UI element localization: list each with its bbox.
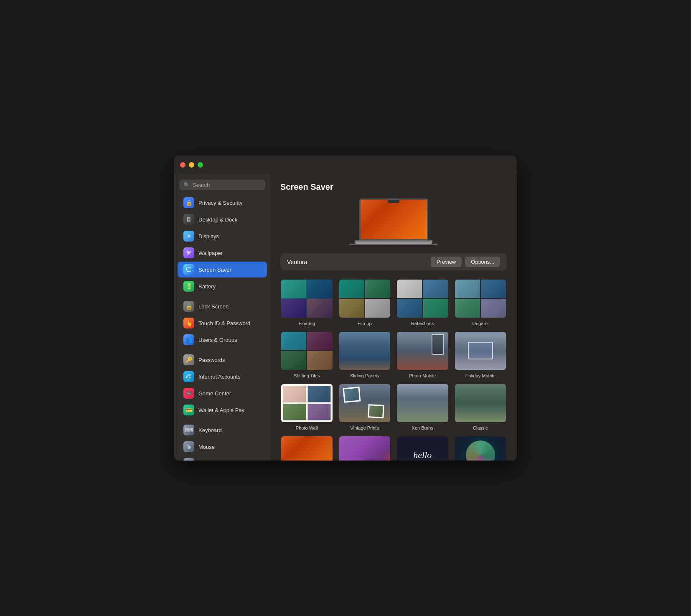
ss-label-shifting: Shifting Tiles [294,373,320,378]
wallpaper-icon: ❋ [183,247,194,258]
ss-thumb-classic [454,383,507,423]
sidebar-item-label: Game Center [198,390,231,397]
sidebar-item-wallpaper[interactable]: ❋ Wallpaper [178,245,267,261]
search-input[interactable] [193,182,261,188]
search-bar[interactable]: 🔍 [179,180,265,190]
privacy-icon: 🔒 [183,197,194,208]
laptop-base [355,240,432,244]
sidebar-item-desktop[interactable]: 🖥 Desktop & Dock [178,211,267,227]
ss-item-ventura[interactable]: Ventura [280,435,333,461]
ss-thumb-sliding [338,331,391,371]
vintage-art [339,384,391,422]
laptop-preview [356,199,431,247]
kenburns-art [397,384,448,422]
sidebar-item-gamecenter[interactable]: 🎮 Game Center [178,385,267,401]
sidebar-item-internet[interactable]: @ Internet Accounts [178,369,267,384]
title-bar [174,155,517,174]
ss-label-origami: Origami [472,321,488,326]
monitor-frame [468,342,493,359]
search-icon: 🔍 [183,182,190,188]
pw-frame-2 [307,386,331,402]
ss-item-holiday[interactable]: Holiday Mobile [454,331,507,378]
sidebar-item-mouse[interactable]: 🖱 Mouse [178,439,267,455]
sidebar-item-displays[interactable]: ☀ Displays [178,228,267,244]
ss-item-kenburns[interactable]: Ken Burns [396,383,449,430]
users-icon: 👥 [183,334,194,345]
ss-thumb-holiday [454,331,507,371]
options-button[interactable]: Options... [465,257,500,267]
ss-item-drift[interactable]: Drift [454,435,507,461]
ss-thumb-reflections [396,279,449,318]
sidebar-item-trackpad[interactable]: ⬜ Trackpad [178,456,267,461]
ss-thumb-hello: hello [396,435,449,461]
sidebar-item-touchid[interactable]: 👆 Touch ID & Password [178,315,267,331]
ss-item-shifting[interactable]: Shifting Tiles [280,331,333,378]
photomobile-art [397,332,448,370]
sidebar-item-label: Mouse [198,444,215,450]
ss-item-reflections[interactable]: Reflections [396,279,449,326]
sidebar-item-privacy[interactable]: 🔒 Privacy & Security [178,195,267,211]
ss-label-vintage: Vintage Prints [351,425,379,430]
sidebar-item-passwords[interactable]: 🔑 Passwords [178,352,267,368]
ss-item-sliding[interactable]: Sliding Panels [338,331,391,378]
ss-thumb-origami [454,279,507,318]
battery-icon: 🔋 [183,281,194,292]
floating-art [281,280,333,318]
hello-art: hello [397,436,448,461]
ss-label-photomobile: Photo Mobile [409,373,436,378]
minimize-button[interactable] [189,162,194,168]
ss-item-photomobile[interactable]: Photo Mobile [396,331,449,378]
ss-item-flipup[interactable]: Flip-up [338,279,391,326]
ss-label-kenburns: Ken Burns [412,425,433,430]
close-button[interactable] [180,162,185,168]
sidebar-item-users[interactable]: 👥 Users & Groups [178,332,267,348]
phone-frame [432,334,444,355]
ss-label-holiday: Holiday Mobile [465,373,495,378]
preview-button[interactable]: Preview [431,257,462,267]
sidebar-item-screensaver[interactable]: 🖵 Screen Saver [178,262,267,277]
sidebar-item-label: Lock Screen [198,303,229,310]
ss-item-floating[interactable]: Floating [280,279,333,326]
ss-thumb-ventura [280,435,333,461]
selected-screensaver-name: Ventura [287,259,307,265]
touchid-icon: 👆 [183,318,194,328]
ss-item-vintage[interactable]: Vintage Prints [338,383,391,430]
sidebar-item-label: Battery [198,283,216,290]
ss-thumb-shifting [280,331,333,371]
ss-thumb-vintage [338,383,391,423]
desktop-icon: 🖥 [183,214,194,225]
traffic-lights [180,162,203,168]
gamecenter-icon: 🎮 [183,388,194,399]
main-content: Screen Saver Ventura Preview Options... [270,174,517,461]
selector-row: Ventura Preview Options... [280,253,507,270]
sidebar-item-battery[interactable]: 🔋 Battery [178,278,267,294]
sidebar-item-label: Internet Accounts [198,374,240,380]
sidebar-item-label: Passwords [198,357,225,363]
sidebar-item-label: Keyboard [198,427,222,433]
ss-thumb-monterey [338,435,391,461]
ss-item-classic[interactable]: Classic [454,383,507,430]
settings-window: 🔍 🔒 Privacy & Security 🖥 Desktop & Dock … [174,155,517,461]
ss-item-hello[interactable]: hello Hello [396,435,449,461]
internet-icon: @ [183,371,194,382]
ss-label-photowall: Photo Wall [296,425,318,430]
ss-thumb-flipup [338,279,391,318]
sidebar-item-wallet[interactable]: 💳 Wallet & Apple Pay [178,402,267,418]
keyboard-icon: ⌨ [183,425,194,435]
sidebar-item-keyboard[interactable]: ⌨ Keyboard [178,422,267,438]
shifting-art [281,332,333,370]
flipup-art [339,280,391,318]
sidebar-item-label: Displays [198,233,219,239]
ss-item-monterey[interactable]: Monterey [338,435,391,461]
maximize-button[interactable] [198,162,203,168]
displays-icon: ☀ [183,231,194,242]
sidebar-item-lockscreen[interactable]: 🔒 Lock Screen [178,298,267,314]
reflections-art [397,280,448,318]
sidebar-item-label: Users & Groups [198,337,237,343]
ss-item-origami[interactable]: Origami [454,279,507,326]
screensaver-grid: Floating Flip-up [280,279,507,461]
monterey-art [339,436,391,461]
ss-item-photowall[interactable]: Photo Wall [280,383,333,430]
content-area: 🔍 🔒 Privacy & Security 🖥 Desktop & Dock … [174,174,517,461]
mouse-icon: 🖱 [183,441,194,452]
